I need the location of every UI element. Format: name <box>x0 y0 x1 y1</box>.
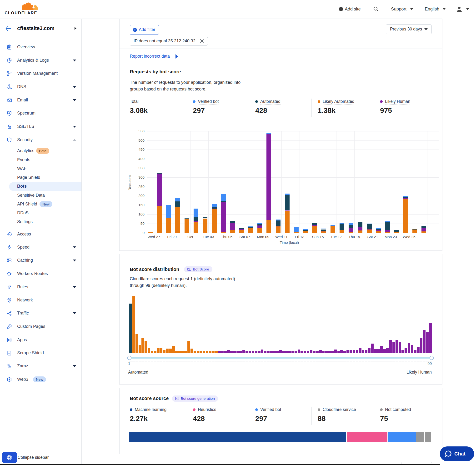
svg-text:CLOUDFLARE: CLOUDFLARE <box>5 11 37 15</box>
